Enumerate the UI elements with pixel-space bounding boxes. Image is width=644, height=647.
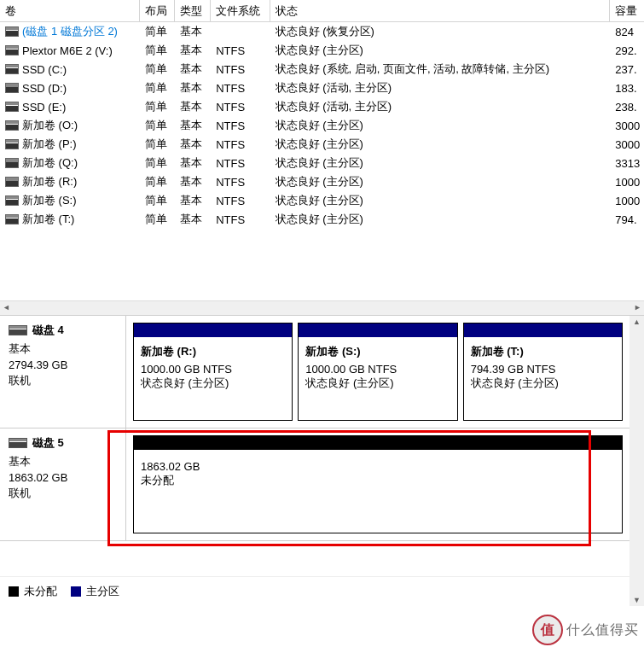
- volume-status: 状态良好 (活动, 主分区): [270, 79, 611, 97]
- disk-4-name: 磁盘 4: [32, 323, 64, 338]
- volume-icon: [5, 158, 19, 168]
- table-row[interactable]: 新加卷 (T:)简单基本NTFS状态良好 (主分区)794.: [0, 210, 644, 229]
- volume-type: 基本: [175, 41, 211, 60]
- volume-layout: 简单: [140, 22, 176, 41]
- column-header-filesystem[interactable]: 文件系统: [211, 0, 270, 21]
- volume-type: 基本: [175, 172, 211, 191]
- legend-swatch-primary: [71, 586, 81, 597]
- volume-icon: [5, 120, 19, 131]
- volume-name: (磁盘 1 磁盘分区 2): [22, 24, 118, 39]
- volume-layout: 简单: [140, 116, 176, 135]
- volume-icon: [5, 102, 19, 112]
- partition-status: 状态良好 (主分区): [471, 376, 615, 391]
- volume-status: 状态良好 (主分区): [270, 191, 611, 210]
- volume-icon: [5, 139, 19, 149]
- legend-unallocated: 未分配: [9, 584, 57, 599]
- table-row[interactable]: 新加卷 (R:)简单基本NTFS状态良好 (主分区)1000: [0, 172, 644, 191]
- volume-type: 基本: [175, 210, 211, 229]
- volume-capacity: 3313: [610, 155, 644, 172]
- volume-filesystem: NTFS: [211, 155, 270, 172]
- partition-header-unallocated: [134, 436, 622, 450]
- volume-filesystem: NTFS: [211, 174, 270, 190]
- watermark: 值 什么值得买: [532, 615, 639, 645]
- volume-icon: [5, 26, 19, 37]
- table-row[interactable]: 新加卷 (P:)简单基本NTFS状态良好 (主分区)3000: [0, 135, 644, 154]
- volume-type: 基本: [175, 154, 211, 172]
- partition-size: 794.39 GB NTFS: [471, 363, 615, 376]
- table-row[interactable]: SSD (E:)简单基本NTFS状态良好 (活动, 主分区)238.: [0, 97, 644, 116]
- volume-type: 基本: [175, 191, 211, 210]
- volume-icon: [5, 64, 19, 74]
- primary-partition[interactable]: 新加卷 (T:)794.39 GB NTFS状态良好 (主分区): [463, 323, 623, 421]
- table-row[interactable]: (磁盘 1 磁盘分区 2)简单基本状态良好 (恢复分区)824: [0, 22, 644, 41]
- volume-icon: [5, 214, 19, 224]
- volume-icon: [5, 83, 19, 93]
- disk-5-unallocated-partition[interactable]: 1863.02 GB 未分配: [133, 435, 623, 533]
- volume-type: 基本: [175, 60, 211, 79]
- legend-label-primary: 主分区: [86, 584, 119, 599]
- volume-filesystem: [211, 30, 270, 33]
- volume-filesystem: NTFS: [211, 61, 270, 78]
- volume-filesystem: NTFS: [211, 80, 270, 96]
- volume-layout: 简单: [140, 154, 176, 172]
- table-row[interactable]: 新加卷 (O:)简单基本NTFS状态良好 (主分区)3000: [0, 116, 644, 135]
- disk-5-block[interactable]: 磁盘 5 基本 1863.02 GB 联机 1863.02 GB 未分配: [0, 428, 629, 541]
- column-header-capacity[interactable]: 容量: [610, 0, 644, 21]
- disk-5-name: 磁盘 5: [32, 435, 64, 451]
- table-row[interactable]: 新加卷 (S:)简单基本NTFS状态良好 (主分区)1000: [0, 191, 644, 210]
- hard-drive-icon: [9, 325, 27, 335]
- disk-5-type: 基本: [9, 454, 117, 469]
- volume-name: Plextor M6E 2 (V:): [22, 44, 113, 57]
- table-row[interactable]: SSD (C:)简单基本NTFS状态良好 (系统, 启动, 页面文件, 活动, …: [0, 60, 644, 79]
- hard-drive-icon: [9, 438, 27, 448]
- volume-type: 基本: [175, 116, 211, 135]
- disk-5-online: 联机: [9, 486, 117, 501]
- table-row[interactable]: Plextor M6E 2 (V:)简单基本NTFS状态良好 (主分区)292.: [0, 41, 644, 60]
- horizontal-scrollbar[interactable]: [0, 300, 644, 315]
- volume-layout: 简单: [140, 60, 176, 79]
- volume-capacity: 794.: [610, 212, 644, 228]
- volume-type: 基本: [175, 22, 211, 41]
- legend-primary: 主分区: [71, 584, 119, 599]
- column-header-layout[interactable]: 布局: [140, 0, 176, 21]
- table-body[interactable]: (磁盘 1 磁盘分区 2)简单基本状态良好 (恢复分区)824Plextor M…: [0, 22, 644, 300]
- volume-capacity: 3000: [610, 137, 644, 153]
- volume-name: 新加卷 (R:): [22, 174, 77, 189]
- volume-layout: 简单: [140, 79, 176, 97]
- disk-4-block[interactable]: 磁盘 4 基本 2794.39 GB 联机 新加卷 (R:)1000.00 GB…: [0, 316, 629, 428]
- partition-status: 未分配: [141, 473, 615, 488]
- vertical-scrollbar[interactable]: [629, 316, 644, 606]
- primary-partition[interactable]: 新加卷 (R:)1000.00 GB NTFS状态良好 (主分区): [133, 323, 293, 421]
- volume-name: SSD (E:): [22, 101, 66, 114]
- disk-graphical-view: 磁盘 4 基本 2794.39 GB 联机 新加卷 (R:)1000.00 GB…: [0, 316, 644, 606]
- volume-layout: 简单: [140, 41, 176, 60]
- primary-partition[interactable]: 新加卷 (S:)1000.00 GB NTFS状态良好 (主分区): [298, 323, 457, 421]
- volume-status: 状态良好 (主分区): [270, 154, 611, 172]
- volume-icon: [5, 195, 19, 206]
- disk-4-partitions: 新加卷 (R:)1000.00 GB NTFS状态良好 (主分区)新加卷 (S:…: [126, 316, 629, 428]
- table-header-row: 卷 布局 类型 文件系统 状态 容量: [0, 0, 644, 22]
- table-row[interactable]: SSD (D:)简单基本NTFS状态良好 (活动, 主分区)183.: [0, 79, 644, 97]
- watermark-text: 什么值得买: [566, 621, 639, 639]
- legend-swatch-unallocated: [9, 586, 19, 597]
- watermark-icon: 值: [532, 615, 563, 645]
- volume-name: 新加卷 (P:): [22, 137, 77, 152]
- volume-capacity: 1000: [610, 193, 644, 209]
- column-header-type[interactable]: 类型: [175, 0, 211, 21]
- volume-status: 状态良好 (恢复分区): [270, 22, 611, 41]
- partition-header-primary: [299, 324, 456, 337]
- volume-type: 基本: [175, 135, 211, 154]
- volume-type: 基本: [175, 79, 211, 97]
- volume-icon: [5, 177, 19, 187]
- volume-name: SSD (D:): [22, 82, 67, 95]
- volume-status: 状态良好 (主分区): [270, 172, 611, 191]
- table-row[interactable]: 新加卷 (Q:)简单基本NTFS状态良好 (主分区)3313: [0, 154, 644, 172]
- volume-capacity: 1000: [610, 174, 644, 190]
- disk-4-type: 基本: [9, 341, 117, 357]
- disk-4-size: 2794.39 GB: [9, 358, 117, 371]
- column-header-volume[interactable]: 卷: [0, 0, 140, 21]
- column-header-status[interactable]: 状态: [270, 0, 611, 21]
- volume-filesystem: NTFS: [211, 212, 270, 228]
- legend: 未分配 主分区: [0, 576, 629, 606]
- volume-status: 状态良好 (主分区): [270, 135, 611, 154]
